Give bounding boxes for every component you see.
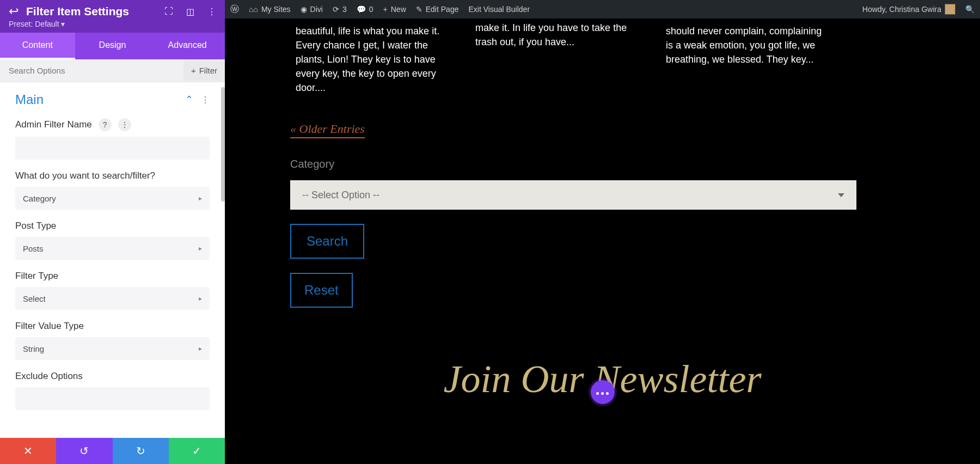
help-icon[interactable]: ? bbox=[99, 118, 112, 131]
my-sites-label: My Sites bbox=[261, 5, 291, 14]
select-arrow-icon: ▸ bbox=[199, 245, 202, 252]
redo-button[interactable]: ↻ bbox=[113, 438, 169, 464]
dots-icon bbox=[595, 387, 610, 397]
category-select[interactable]: -- Select Option -- bbox=[290, 180, 856, 210]
filter-value-type-select[interactable]: String ▸ bbox=[15, 337, 210, 360]
pencil-icon: ✎ bbox=[416, 5, 422, 14]
new-label: New bbox=[391, 5, 406, 14]
plus-icon: + bbox=[383, 5, 388, 14]
section-main-title: Main bbox=[15, 92, 44, 107]
filter-type-value: Select bbox=[23, 294, 46, 303]
wp-logo-icon[interactable]: ⓦ bbox=[230, 4, 239, 15]
section-kebab-icon[interactable]: ⋮ bbox=[201, 95, 210, 105]
options-search-row: + Filter bbox=[0, 59, 225, 82]
preset-selector[interactable]: Preset: Default ▾ bbox=[9, 20, 216, 28]
post-excerpt-3: should never complain, complaining is a … bbox=[666, 24, 829, 95]
filter-button-label: Filter bbox=[199, 66, 217, 75]
plus-icon: + bbox=[191, 66, 196, 75]
tab-advanced[interactable]: Advanced bbox=[150, 33, 225, 59]
gauge-icon: ◉ bbox=[301, 5, 307, 14]
label-post-type: Post Type bbox=[15, 221, 56, 231]
settings-tabs: Content Design Advanced bbox=[0, 33, 225, 59]
label-exclude-options: Exclude Options bbox=[15, 371, 83, 382]
label-what-filter: What do you want to search/filter? bbox=[15, 170, 155, 181]
site-label: Divi bbox=[310, 5, 323, 14]
search-button[interactable]: Search bbox=[290, 224, 364, 259]
chevron-down-icon bbox=[838, 193, 844, 197]
panel-title: Filter Item Settings bbox=[26, 5, 157, 18]
panel-scrollbar[interactable] bbox=[221, 87, 225, 202]
howdy-label: Howdy, Christina Gwira bbox=[862, 5, 941, 14]
edit-page-label: Edit Page bbox=[426, 5, 459, 14]
wp-admin-bar: ⓦ ⌂⌂My Sites ◉Divi ⟳3 💬0 +New ✎Edit Page… bbox=[225, 0, 980, 19]
older-entries-link[interactable]: « Older Entries bbox=[290, 122, 365, 138]
close-button[interactable]: ✕ bbox=[0, 438, 56, 464]
panel-action-bar: ✕ ↺ ↻ ✓ bbox=[0, 438, 225, 464]
chevron-up-icon[interactable]: ⌃ bbox=[185, 94, 193, 106]
filter-type-select[interactable]: Select ▸ bbox=[15, 287, 210, 310]
tab-content[interactable]: Content bbox=[0, 33, 75, 59]
what-filter-select[interactable]: Category ▸ bbox=[15, 187, 210, 210]
undo-button[interactable]: ↺ bbox=[56, 438, 112, 464]
what-filter-value: Category bbox=[23, 194, 56, 203]
post-excerpt-1: beautiful, life is what you make it. Eve… bbox=[296, 24, 459, 95]
comments-count: 0 bbox=[369, 5, 373, 14]
comments-link[interactable]: 💬0 bbox=[357, 5, 373, 14]
site-link[interactable]: ◉Divi bbox=[301, 5, 323, 14]
divi-fab-button[interactable] bbox=[591, 380, 615, 404]
label-admin-filter-name: Admin Filter Name bbox=[15, 119, 92, 130]
post-type-value: Posts bbox=[23, 244, 44, 253]
save-button[interactable]: ✓ bbox=[169, 438, 225, 464]
admin-search-icon[interactable]: 🔍 bbox=[965, 5, 975, 14]
avatar-icon bbox=[945, 4, 955, 15]
select-arrow-icon: ▸ bbox=[199, 194, 202, 202]
label-filter-type: Filter Type bbox=[15, 271, 58, 282]
new-link[interactable]: +New bbox=[383, 5, 406, 14]
post-type-select[interactable]: Posts ▸ bbox=[15, 237, 210, 260]
howdy-user[interactable]: Howdy, Christina Gwira bbox=[862, 4, 955, 15]
exclude-options-input[interactable] bbox=[15, 387, 210, 410]
panel-layout-icon[interactable]: ◫ bbox=[186, 7, 194, 17]
panel-content-scroll[interactable]: Main ⌃ ⋮ Admin Filter Name ? ⋮ What do y… bbox=[0, 82, 225, 438]
search-options-input[interactable] bbox=[0, 59, 183, 82]
back-arrow-icon[interactable]: ↩ bbox=[9, 4, 19, 19]
admin-filter-name-input[interactable] bbox=[15, 137, 210, 160]
settings-panel: ↩ Filter Item Settings ⛶ ◫ ⋮ Preset: Def… bbox=[0, 0, 225, 464]
label-filter-value-type: Filter Value Type bbox=[15, 321, 84, 332]
reset-button[interactable]: Reset bbox=[290, 273, 353, 308]
edit-page-link[interactable]: ✎Edit Page bbox=[416, 5, 459, 14]
post-excerpt-2: make it. In life you have to take the tr… bbox=[475, 21, 639, 95]
filter-button[interactable]: + Filter bbox=[183, 60, 225, 81]
menu-kebab-icon[interactable]: ⋮ bbox=[207, 7, 216, 17]
comment-icon: 💬 bbox=[357, 5, 366, 14]
updates-count: 3 bbox=[342, 5, 347, 14]
select-arrow-icon: ▸ bbox=[199, 345, 202, 352]
my-sites-link[interactable]: ⌂⌂My Sites bbox=[249, 5, 291, 14]
exit-visual-builder-link[interactable]: Exit Visual Builder bbox=[468, 5, 530, 14]
tab-design[interactable]: Design bbox=[75, 33, 150, 59]
page-canvas: ⓦ ⌂⌂My Sites ◉Divi ⟳3 💬0 +New ✎Edit Page… bbox=[225, 0, 980, 464]
filter-value-type-value: String bbox=[23, 344, 44, 353]
category-label: Category bbox=[290, 158, 915, 170]
page-content: beautiful, life is what you make it. Eve… bbox=[225, 24, 980, 402]
refresh-icon: ⟳ bbox=[333, 5, 339, 14]
select-arrow-icon: ▸ bbox=[199, 295, 202, 302]
category-select-placeholder: -- Select Option -- bbox=[302, 190, 379, 201]
field-kebab-icon[interactable]: ⋮ bbox=[118, 118, 131, 131]
updates-link[interactable]: ⟳3 bbox=[333, 5, 347, 14]
panel-header: ↩ Filter Item Settings ⛶ ◫ ⋮ Preset: Def… bbox=[0, 0, 225, 33]
expand-icon[interactable]: ⛶ bbox=[164, 7, 173, 16]
network-icon: ⌂⌂ bbox=[249, 5, 258, 14]
